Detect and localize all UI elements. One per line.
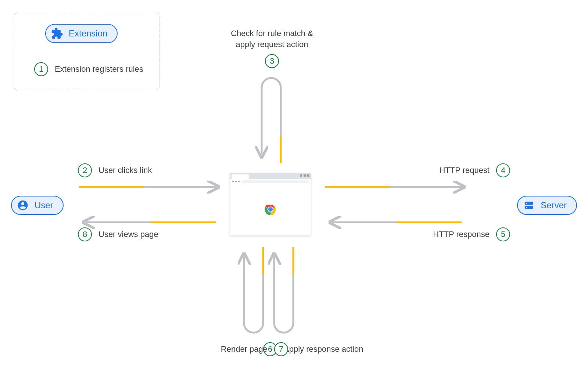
user-icon: [16, 199, 29, 212]
svg-point-6: [268, 207, 273, 211]
svg-rect-1: [525, 206, 533, 209]
step-5-group: HTTP response 5: [433, 227, 510, 241]
svg-point-2: [526, 203, 527, 204]
extension-label: Extension: [69, 28, 107, 39]
svg-point-3: [526, 207, 527, 208]
step-3-group: Check for rule match & apply request act…: [191, 28, 353, 68]
arrow-step-7: [244, 247, 263, 333]
step-4-text: HTTP request: [439, 166, 490, 175]
step-4-number: 4: [496, 163, 510, 177]
step-4-group: HTTP request 4: [439, 163, 510, 177]
step-6-text: Apply response action: [284, 344, 363, 354]
browser-address-bar: [230, 179, 311, 184]
step-5-text: HTTP response: [433, 230, 490, 239]
browser-tabbar: [230, 173, 311, 179]
step-2-number: 2: [78, 163, 92, 177]
arrow-step-6: [274, 247, 293, 333]
step-3-text: Check for rule match & apply request act…: [191, 28, 353, 50]
step-8-group: 8 User views page: [78, 227, 158, 241]
server-label: Server: [541, 200, 567, 210]
svg-rect-0: [525, 202, 533, 205]
server-node: Server: [517, 196, 577, 215]
step-1-text: Extension registers rules: [55, 64, 143, 74]
puzzle-icon: [50, 27, 64, 40]
step-7-number: 7: [274, 342, 288, 356]
step-1-number: 1: [34, 62, 48, 76]
step-8-text: User views page: [98, 230, 158, 239]
browser-window: [230, 173, 311, 235]
server-icon: [522, 199, 535, 212]
step-3-number: 3: [265, 54, 279, 68]
extension-node: Extension: [45, 24, 118, 43]
step-8-number: 8: [78, 227, 92, 241]
extension-group: Extension 1 Extension registers rules: [14, 12, 159, 91]
arrow-step-3: [262, 78, 281, 163]
step-7-group: Render page 7: [221, 342, 288, 356]
user-label: User: [35, 200, 53, 210]
step-2-group: 2 User clicks link: [78, 163, 152, 177]
chrome-icon: [263, 202, 278, 219]
step-2-text: User clicks link: [98, 166, 152, 175]
step-5-number: 5: [496, 227, 510, 241]
step-7-text: Render page: [221, 344, 268, 354]
user-node: User: [11, 196, 64, 215]
